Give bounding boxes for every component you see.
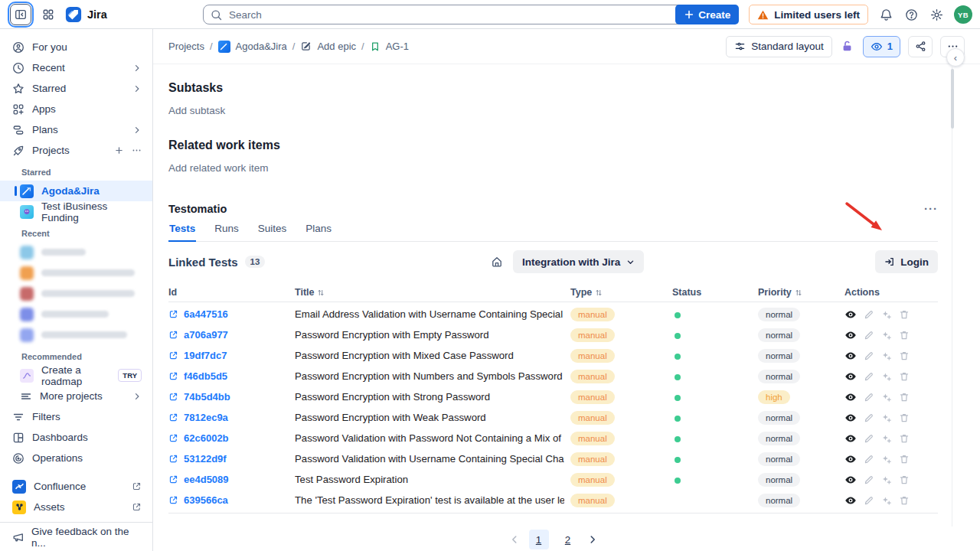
view-test-button[interactable] <box>844 432 857 445</box>
edit-test-button[interactable] <box>864 350 874 361</box>
breadcrumb-issue-key[interactable]: AG-1 <box>386 41 409 52</box>
ai-sparkles-button[interactable] <box>881 412 892 423</box>
ai-sparkles-button[interactable] <box>881 454 892 465</box>
sidebar-toggle-button[interactable] <box>10 4 31 25</box>
projects-more-icon[interactable] <box>132 145 142 155</box>
test-id-link[interactable]: a706a977 <box>184 329 228 341</box>
add-subtask-button[interactable]: Add subtask <box>168 105 938 116</box>
edit-test-button[interactable] <box>864 495 874 506</box>
tab-plans[interactable]: Plans <box>305 223 332 241</box>
test-id-link[interactable]: f46db5d5 <box>184 370 227 382</box>
edit-test-button[interactable] <box>864 474 874 485</box>
breadcrumb-projects[interactable]: Projects <box>168 41 204 52</box>
sidebar-item-dashboards[interactable]: Dashboards <box>0 427 152 448</box>
delete-test-button[interactable] <box>899 474 910 485</box>
standard-layout-button[interactable]: Standard layout <box>726 36 832 57</box>
delete-test-button[interactable] <box>899 392 910 403</box>
test-id-link[interactable]: 53122d9f <box>184 453 227 465</box>
view-test-button[interactable] <box>844 494 857 507</box>
sidebar-item-assets[interactable]: Assets <box>0 497 152 517</box>
login-button[interactable]: Login <box>875 250 938 273</box>
limited-users-button[interactable]: Limited users left <box>749 5 868 24</box>
delete-test-button[interactable] <box>899 454 910 465</box>
sidebar-item-for-you[interactable]: For you <box>0 37 152 57</box>
sidebar-item-operations[interactable]: Operations <box>0 448 152 468</box>
tab-suites[interactable]: Suites <box>257 223 288 241</box>
breadcrumb-add-epic[interactable]: Add epic <box>317 41 356 52</box>
delete-test-button[interactable] <box>899 412 910 423</box>
test-id-link[interactable]: 19df7dc7 <box>184 350 227 361</box>
ai-sparkles-button[interactable] <box>881 474 892 485</box>
recent-project-item-blurred[interactable] <box>0 283 152 304</box>
testomatio-more-button[interactable]: ··· <box>924 202 938 215</box>
tab-tests[interactable]: Tests <box>168 223 196 242</box>
home-button[interactable] <box>491 256 503 268</box>
recent-project-item-blurred[interactable] <box>0 242 152 262</box>
share-button[interactable] <box>908 36 933 57</box>
delete-test-button[interactable] <box>899 433 910 444</box>
pagination-page-2[interactable]: 2 <box>558 530 578 549</box>
sidebar-project-agoda-jira[interactable]: Agoda&Jira <box>0 181 152 201</box>
breadcrumb-project[interactable]: Agoda&Jira <box>236 41 287 52</box>
recent-project-item-blurred[interactable] <box>0 324 152 345</box>
test-id-link[interactable]: ee4d5089 <box>184 474 229 485</box>
ai-sparkles-button[interactable] <box>881 350 892 361</box>
global-search[interactable] <box>203 5 704 24</box>
view-test-button[interactable] <box>844 391 857 403</box>
watchers-button[interactable]: 1 <box>863 36 900 57</box>
delete-test-button[interactable] <box>899 309 910 320</box>
delete-test-button[interactable] <box>899 495 910 506</box>
test-id-link[interactable]: 639566ca <box>184 494 228 506</box>
sidebar-project-test-ibusiness[interactable]: Test iBusiness Funding <box>0 201 152 222</box>
tab-runs[interactable]: Runs <box>214 223 240 241</box>
sidebar-item-create-roadmap[interactable]: Create a roadmap TRY <box>0 365 152 386</box>
sidebar-item-more-projects[interactable]: More projects <box>0 386 152 406</box>
unlock-button[interactable] <box>840 39 855 54</box>
sidebar-item-projects[interactable]: Projects <box>0 140 152 161</box>
delete-test-button[interactable] <box>899 371 910 382</box>
recent-project-item-blurred[interactable] <box>0 304 152 324</box>
recent-project-item-blurred[interactable] <box>0 262 152 283</box>
view-test-button[interactable] <box>844 474 857 486</box>
edit-test-button[interactable] <box>864 454 874 465</box>
scrollbar-thumb[interactable] <box>951 69 954 129</box>
view-test-button[interactable] <box>844 308 857 321</box>
sidebar-item-plans[interactable]: Plans <box>0 119 152 140</box>
jira-home-link[interactable]: Jira <box>65 6 107 23</box>
view-test-button[interactable] <box>844 453 857 465</box>
settings-button[interactable] <box>929 7 944 22</box>
view-test-button[interactable] <box>844 329 857 341</box>
help-button[interactable] <box>903 7 919 22</box>
view-test-button[interactable] <box>844 412 857 424</box>
ai-sparkles-button[interactable] <box>881 495 892 506</box>
feedback-button[interactable]: Give feedback on the n... <box>0 522 152 551</box>
edit-test-button[interactable] <box>864 371 874 382</box>
test-id-link[interactable]: 7812ec9a <box>184 412 228 423</box>
pagination-next-button[interactable] <box>587 534 598 545</box>
app-switcher-button[interactable] <box>38 4 59 25</box>
sidebar-item-filters[interactable]: Filters <box>0 406 152 427</box>
add-related-work-button[interactable]: Add related work item <box>168 162 938 174</box>
search-input[interactable] <box>227 8 696 21</box>
edit-test-button[interactable] <box>864 330 874 341</box>
ai-sparkles-button[interactable] <box>881 309 892 320</box>
column-header-priority[interactable]: Priority <box>758 287 844 298</box>
column-header-title[interactable]: Title <box>295 287 570 298</box>
column-header-type[interactable]: Type <box>570 287 672 298</box>
add-project-icon[interactable] <box>114 145 124 155</box>
collapse-right-panel-button[interactable]: ‹ <box>946 48 965 67</box>
view-test-button[interactable] <box>844 350 857 362</box>
sidebar-item-starred[interactable]: Starred <box>0 78 152 99</box>
delete-test-button[interactable] <box>899 350 910 361</box>
edit-test-button[interactable] <box>864 309 874 320</box>
delete-test-button[interactable] <box>899 330 910 341</box>
project-filter-dropdown[interactable]: Integration with Jira <box>513 250 644 273</box>
create-button[interactable]: Create <box>675 5 739 24</box>
test-id-link[interactable]: 62c6002b <box>184 432 229 444</box>
edit-test-button[interactable] <box>864 433 874 444</box>
user-avatar[interactable]: YB <box>954 5 972 24</box>
notifications-button[interactable] <box>878 7 893 22</box>
ai-sparkles-button[interactable] <box>881 330 892 341</box>
pagination-page-1[interactable]: 1 <box>529 530 549 549</box>
edit-test-button[interactable] <box>864 392 874 403</box>
